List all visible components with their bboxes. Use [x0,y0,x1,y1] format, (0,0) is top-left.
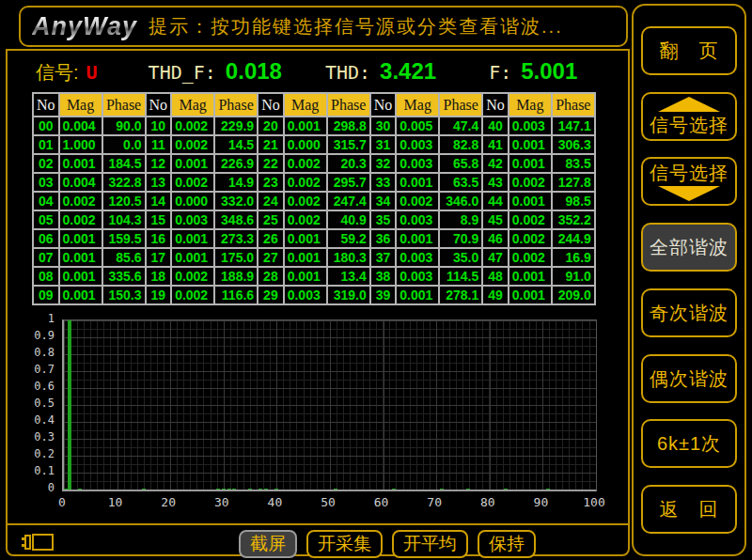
y-axis-tick-label: 0.5 [9,397,55,410]
harmonic-bar [232,489,236,490]
harmonic-phase-cell: 14.5 [214,135,258,154]
harmonic-mag-cell: 0.002 [171,267,214,286]
harmonic-mag-cell: 0.002 [284,210,327,229]
x-axis-tick-label: 50 [311,495,345,509]
harmonic-phase-cell: 13.4 [327,267,370,286]
harmonics-table-head: NoMagPhaseNoMagPhaseNoMagPhaseNoMagPhase… [33,93,595,117]
screenshot-button[interactable]: 截屏 [239,530,297,558]
harmonic-mag-cell: 0.002 [284,192,327,210]
6k-plus-minus-1-button[interactable]: 6k±1次 [641,419,737,468]
harmonic-no-cell: 07 [33,248,59,267]
harmonic-no-cell: 31 [370,135,397,154]
odd-harmonics-button[interactable]: 奇次谐波 [641,288,737,337]
harmonics-table: NoMagPhaseNoMagPhaseNoMagPhaseNoMagPhase… [32,92,596,305]
thdf-label: THD_F: [149,61,216,84]
harmonic-phase-cell: 180.3 [327,248,370,267]
col-header-phase: Phase [102,93,146,117]
harmonic-no-cell: 22 [258,154,284,173]
harmonic-phase-cell: 0.0 [102,135,146,154]
harmonics-table-body: 000.00490.0100.002229.9200.001298.8300.0… [33,117,595,304]
bottom-buttons: 截屏开采集开平均保持 [239,530,536,558]
harmonic-phase-cell: 322.8 [102,173,146,192]
y-axis-tick-label: 0.8 [9,346,55,359]
even-harmonics-button[interactable]: 偶次谐波 [641,354,737,403]
harmonic-phase-cell: 91.0 [552,267,595,286]
x-axis-tick-label: 70 [417,495,451,509]
harmonic-no-cell: 37 [370,248,397,267]
chart-plot-area [62,319,597,491]
harmonic-phase-cell: 244.9 [552,229,595,248]
harmonic-phase-cell: 306.3 [552,135,595,154]
harmonic-bar [222,489,226,490]
harmonic-phase-cell: 40.9 [327,210,370,229]
button-label: 6k±1次 [657,433,721,454]
harmonics-chart: 10.90.80.70.60.50.40.30.20.1001020304050… [8,288,632,522]
start-averaging-button[interactable]: 开平均 [392,530,468,558]
col-header-no: No [33,93,59,117]
signal-select-down-button[interactable]: 信号选择 [641,157,737,206]
harmonic-no-cell: 03 [33,173,59,192]
harmonic-phase-cell: 104.3 [102,210,146,229]
y-axis-tick-label: 0.1 [9,464,55,477]
harmonic-mag-cell: 0.001 [171,154,214,173]
harmonic-mag-cell: 0.002 [284,173,327,192]
harmonic-mag-cell: 0.003 [396,154,439,173]
harmonic-bar [68,320,71,490]
harmonic-bar [392,489,396,490]
y-axis-tick-label: 0.3 [9,430,55,443]
harmonic-mag-cell: 0.004 [59,173,102,192]
button-label: 信号选择 [650,163,728,183]
col-header-mag: Mag [171,93,214,117]
harmonic-phase-cell: 20.3 [327,154,370,173]
harmonic-phase-cell: 16.9 [552,248,595,267]
harmonic-no-cell: 35 [370,210,397,229]
harmonic-mag-cell: 0.001 [509,154,552,173]
harmonic-bar [258,489,262,490]
harmonic-mag-cell: 0.001 [509,135,552,154]
harmonic-no-cell: 44 [482,192,509,210]
harmonic-mag-cell: 0.001 [59,267,102,286]
all-harmonics-button[interactable]: 全部谐波 [641,223,737,272]
button-label: 全部谐波 [650,237,728,257]
harmonic-phase-cell: 226.9 [214,154,258,173]
battery-icon [21,533,55,552]
app-screen: AnyWay 提示：按功能键选择信号源或分类查看谐波... 信号: U THD_… [0,0,752,560]
col-header-no: No [146,93,172,117]
harmonic-phase-cell: 59.2 [327,229,370,248]
harmonic-mag-cell: 0.001 [59,248,102,267]
harmonic-bar [546,489,550,490]
hold-button[interactable]: 保持 [478,530,536,558]
harmonic-no-cell: 20 [258,117,284,135]
harmonic-no-cell: 06 [33,229,59,248]
y-axis-tick-label: 0.9 [9,329,55,342]
page-turn-button[interactable]: 翻 页 [641,26,737,75]
harmonic-mag-cell: 0.003 [396,267,439,286]
harmonic-phase-cell: 82.8 [439,135,482,154]
harmonic-no-cell: 38 [370,267,397,286]
main-panel: 信号: U THD_F: 0.018 THD: 3.421 F: 5.001 N… [6,49,630,556]
button-label: 奇次谐波 [650,303,728,323]
return-button[interactable]: 返 回 [641,485,737,534]
harmonic-no-cell: 24 [258,192,284,210]
harmonic-phase-cell: 346.0 [439,192,482,210]
harmonic-bar [334,489,337,490]
table-row: 011.0000.0110.00214.5210.000315.7310.003… [33,135,595,154]
harmonic-mag-cell: 0.002 [284,154,327,173]
signal-select-up-button[interactable]: 信号选择 [641,92,737,141]
col-header-mag: Mag [59,93,102,117]
title-bar: AnyWay 提示：按功能键选择信号源或分类查看谐波... [19,6,628,47]
harmonic-mag-cell: 0.000 [284,135,327,154]
thd-value: 3.421 [380,58,436,85]
harmonic-phase-cell: 120.5 [102,192,146,210]
button-label: 翻 页 [660,40,719,61]
harmonic-no-cell: 14 [146,192,172,210]
start-acquisition-button[interactable]: 开采集 [306,530,383,558]
table-row: 080.001335.6180.002188.9280.00113.4380.0… [33,267,595,286]
harmonic-mag-cell: 0.002 [171,135,214,154]
y-axis-tick-label: 0.7 [9,363,55,376]
y-axis-tick-label: 0.4 [9,413,55,427]
harmonic-mag-cell: 0.001 [171,229,214,248]
harmonic-no-cell: 16 [146,229,172,248]
harmonic-phase-cell: 247.4 [327,192,370,210]
harmonic-mag-cell: 0.001 [509,267,552,286]
